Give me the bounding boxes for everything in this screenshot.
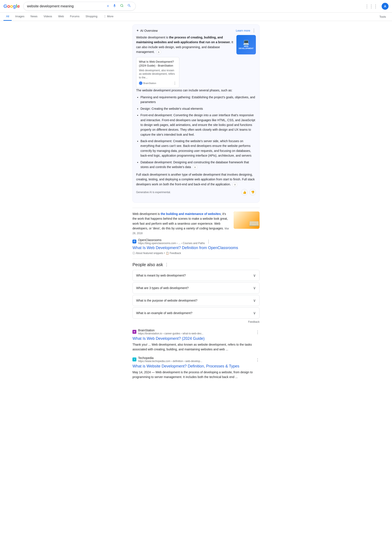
tab-forums[interactable]: Forums	[67, 13, 82, 21]
phase-item: Database development: Designing and cons…	[140, 160, 256, 170]
fullstack-collapse-button[interactable]: ∨	[232, 182, 237, 187]
learn-more-button[interactable]: Learn more	[236, 29, 250, 32]
paa-item-3[interactable]: What is the purpose of website developme…	[133, 295, 259, 306]
source-card-footer: BrainStation ⋮	[139, 81, 176, 85]
chevron-down-icon: ∨	[253, 298, 256, 303]
ai-title-row: ✦ AI Overview	[136, 28, 158, 33]
paa-feedback[interactable]: Feedback	[133, 320, 259, 323]
apps-button[interactable]: ⋮⋮⋮	[364, 2, 379, 10]
paa-question-4[interactable]: What is an example of web development? ∨	[133, 308, 259, 318]
phases-section: The website development process can incl…	[136, 88, 256, 195]
result-brainstation: B BrainStation https://brainstation.io ›…	[133, 329, 259, 352]
featured-snippet-image: ⌨️	[234, 212, 259, 229]
ai-content-row: Website development is the process of cr…	[136, 35, 256, 55]
techopedia-favicon: T	[133, 358, 136, 361]
phase-item: Back-end development: Creating the websi…	[140, 139, 256, 158]
ai-source-card[interactable]: What Is Web Development? (2024 Guide) - …	[136, 57, 179, 88]
result-menu-button[interactable]: ⋮	[256, 330, 259, 335]
thumbs-up-button[interactable]: 👍	[241, 189, 248, 195]
paa-title: People also ask	[133, 262, 163, 267]
snippet-actions: ⓘ About featured snippets • 📋 Feedback	[133, 251, 259, 255]
google-logo[interactable]: Google	[3, 3, 20, 9]
result-description-2: May 14, 2024 — Web development is the pr…	[133, 370, 259, 380]
tab-all[interactable]: All	[3, 13, 12, 21]
tab-videos[interactable]: Videos	[41, 13, 55, 21]
result-source-url: https://brainstation.io › career-guides …	[138, 332, 203, 335]
avatar[interactable]: A	[382, 3, 389, 10]
nav-tabs: All Images News Videos Web Forums Shoppi…	[0, 13, 392, 21]
header: Google × ⋮⋮⋮ A	[0, 0, 392, 13]
about-snippets-button[interactable]: ⓘ About featured snippets	[133, 251, 163, 255]
tab-shopping[interactable]: Shopping	[83, 13, 100, 21]
thumbs-down-button[interactable]: 👎	[249, 189, 256, 195]
paa-question-1[interactable]: What is meant by web development? ∨	[133, 270, 259, 281]
chevron-down-icon: ∨	[253, 311, 256, 315]
brainstation-icon	[139, 82, 142, 85]
ai-overview-header: ✦ AI Overview Learn more ⋮	[136, 28, 256, 33]
people-also-ask: People also ask ⋮ What is meant by web d…	[133, 262, 259, 323]
phases-list: Planning and requirements gathering: Est…	[136, 95, 256, 170]
result-techopedia: T Techopedia https://www.techopedia.com …	[133, 356, 259, 380]
ai-actions: Learn more ⋮	[236, 28, 256, 33]
phases-title: The website development process can incl…	[136, 88, 256, 93]
source-url: https://blog.openclassrooms.com › ... › …	[138, 242, 205, 245]
generative-note: Generative AI is experimental. 👍 👎	[136, 189, 256, 195]
search-bar: ×	[23, 2, 136, 11]
tools-button[interactable]: Tools	[377, 13, 389, 21]
openclassrooms-favicon: O	[133, 240, 136, 243]
featured-snippet-link[interactable]: What Is Web Development? Definition from…	[133, 246, 259, 250]
ai-image: 💻 WEBDEVELOPMENT	[236, 35, 256, 55]
svg-point-0	[121, 4, 123, 7]
source-card-text: Web development, also known as website d…	[139, 69, 176, 79]
paa-item-1[interactable]: What is meant by web development? ∨	[133, 270, 259, 281]
ai-menu-button[interactable]: ⋮	[252, 28, 256, 33]
ai-overview: ✦ AI Overview Learn more ⋮ Website devel…	[133, 24, 259, 203]
featured-snippet-text: Web development is the building and main…	[133, 212, 230, 236]
ai-collapse-button[interactable]: ∧	[156, 50, 161, 55]
result-source-row-2: T Techopedia https://www.techopedia.com …	[133, 356, 259, 364]
brainstation-favicon: B	[133, 330, 136, 334]
result-source-row: B BrainStation https://brainstation.io ›…	[133, 329, 259, 336]
source-info: B BrainStation https://brainstation.io ›…	[133, 329, 203, 335]
lens-button[interactable]	[119, 3, 125, 9]
tab-news[interactable]: News	[28, 13, 40, 21]
ai-spark-icon: ✦	[136, 28, 139, 33]
divider	[133, 208, 259, 208]
paa-item-4[interactable]: What is an example of web development? ∨	[133, 307, 259, 319]
feedback-button[interactable]: 📋 Feedback	[166, 252, 181, 255]
source-name: BrainStation	[143, 82, 156, 84]
paa-menu-button[interactable]: ⋮	[165, 262, 168, 267]
source-menu-button[interactable]: ⋮	[173, 81, 176, 85]
voice-search-button[interactable]	[112, 3, 117, 9]
chevron-down-icon: ∨	[253, 286, 256, 290]
result-title-link[interactable]: What Is Web Development? (2024 Guide)	[133, 336, 259, 341]
header-right: ⋮⋮⋮ A	[364, 2, 389, 10]
search-input[interactable]	[27, 4, 104, 8]
phases-collapse-button[interactable]: ∨	[193, 165, 197, 170]
featured-snippet-source: O OpenClassrooms https://blog.openclassr…	[133, 238, 259, 245]
source-info-2: T Techopedia https://www.techopedia.com …	[133, 356, 202, 363]
result-source-url-2: https://www.techopedia.com › definition …	[138, 360, 202, 363]
tab-images[interactable]: Images	[13, 13, 27, 21]
tab-more[interactable]: ⋮ More	[101, 13, 116, 21]
chevron-down-icon: ∨	[253, 273, 256, 278]
ai-overview-title: AI Overview	[140, 29, 158, 32]
tab-web[interactable]: Web	[56, 13, 67, 21]
result-description: Thank you! ... Web development, also kno…	[133, 342, 259, 352]
result-title-link-2[interactable]: What is Website Development? Definition,…	[133, 364, 259, 368]
paa-item-2[interactable]: What are 3 types of web development? ∨	[133, 282, 259, 294]
search-button[interactable]	[126, 3, 132, 9]
clear-button[interactable]: ×	[106, 3, 110, 9]
source-logo: BrainStation	[139, 82, 156, 85]
featured-snippet: Web development is the building and main…	[133, 212, 259, 236]
result-source-name: BrainStation	[138, 329, 203, 332]
result-source-name-2: Techopedia	[138, 356, 202, 360]
keyboard-icon: ⌨️	[249, 219, 259, 229]
source-card-title: What Is Web Development? (2024 Guide) - …	[139, 60, 176, 68]
paa-question-3[interactable]: What is the purpose of website developme…	[133, 295, 259, 306]
paa-header: People also ask ⋮	[133, 262, 259, 267]
result-menu-button-2[interactable]: ⋮	[256, 358, 259, 362]
phase-item: Front-end development: Converting the de…	[140, 113, 256, 137]
paa-question-2[interactable]: What are 3 types of web development? ∨	[133, 283, 259, 293]
source-menu-button[interactable]: ⋮	[207, 239, 210, 244]
